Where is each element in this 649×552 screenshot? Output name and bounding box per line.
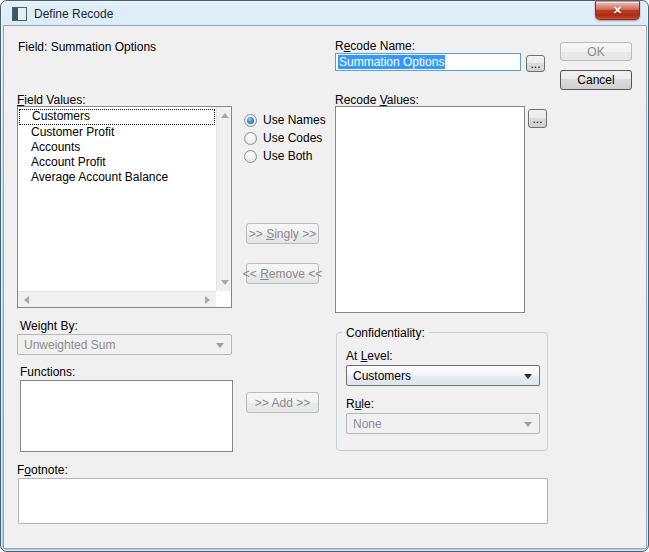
radio-label: Use Codes	[263, 131, 322, 145]
horizontal-scrollbar[interactable]	[18, 291, 216, 307]
list-item[interactable]: Account Profit	[19, 155, 215, 170]
scroll-up-button[interactable]	[217, 108, 232, 123]
recode-name-label: Recode Name:	[335, 39, 415, 53]
remove-button[interactable]: << Remove <<	[246, 263, 319, 284]
scroll-down-button[interactable]	[217, 275, 232, 290]
chevron-down-icon	[524, 374, 532, 379]
functions-label: Functions:	[20, 365, 75, 379]
list-item[interactable]: Customer Profit	[19, 125, 215, 140]
at-level-value: Customers	[353, 369, 411, 383]
close-button[interactable]: ✕	[595, 1, 640, 20]
singly-button[interactable]: >> Singly >>	[246, 223, 319, 244]
radio-use-codes[interactable]: Use Codes	[244, 131, 322, 145]
confidentiality-label: Confidentiality:	[342, 326, 429, 340]
titlebar[interactable]: Define Recode	[1, 1, 648, 27]
footnote-textarea[interactable]	[18, 478, 548, 524]
ok-button[interactable]: OK	[560, 42, 632, 61]
radio-use-names[interactable]: Use Names	[244, 113, 326, 127]
app-icon	[12, 7, 27, 21]
recode-values-browse-button[interactable]: ...	[528, 109, 547, 128]
scroll-down-icon	[221, 280, 229, 285]
radio-label: Use Both	[263, 149, 312, 163]
radio-label: Use Names	[263, 113, 326, 127]
functions-listbox[interactable]	[20, 380, 233, 452]
scroll-left-button[interactable]	[19, 292, 34, 307]
field-values-label: Field Values:	[17, 93, 86, 107]
list-item[interactable]: Customers	[19, 109, 215, 125]
chevron-down-icon	[524, 422, 532, 427]
scroll-left-icon	[24, 296, 29, 304]
rule-label: Rule:	[346, 397, 374, 411]
chevron-down-icon	[216, 343, 224, 348]
radio-icon	[244, 150, 257, 163]
at-level-label: At Level:	[346, 349, 393, 363]
field-label: Field: Summation Options	[18, 40, 156, 54]
scroll-right-button[interactable]	[200, 292, 215, 307]
recode-values-listbox[interactable]	[335, 106, 525, 313]
rule-select[interactable]: None	[346, 413, 540, 434]
list-item[interactable]: Average Account Balance	[19, 170, 215, 185]
define-recode-dialog: Define Recode ✕ Field: Summation Options…	[0, 0, 649, 552]
weight-by-label: Weight By:	[20, 319, 78, 333]
recode-values-label: Recode Values:	[335, 93, 419, 107]
scroll-right-icon	[205, 296, 210, 304]
recode-name-selected-text: Summation Options	[338, 55, 445, 69]
close-icon: ✕	[596, 2, 639, 19]
recode-name-input[interactable]: Summation Options	[335, 53, 521, 71]
weight-by-select[interactable]: Unweighted Sum	[17, 334, 232, 355]
radio-use-both[interactable]: Use Both	[244, 149, 312, 163]
list-item[interactable]: Accounts	[19, 140, 215, 155]
field-values-items: Customers Customer Profit Accounts Accou…	[19, 108, 215, 185]
vertical-scrollbar[interactable]	[216, 107, 231, 291]
recode-name-browse-button[interactable]: ...	[526, 55, 545, 72]
field-values-listbox[interactable]: Customers Customer Profit Accounts Accou…	[17, 106, 232, 308]
radio-selected-icon	[244, 114, 257, 127]
footnote-label: Footnote:	[17, 463, 68, 477]
scroll-up-icon	[221, 113, 229, 118]
add-button[interactable]: >> Add >>	[246, 392, 319, 413]
cancel-button[interactable]: Cancel	[560, 70, 632, 90]
radio-icon	[244, 132, 257, 145]
rule-value: None	[353, 417, 382, 431]
window-title: Define Recode	[34, 7, 113, 21]
at-level-select[interactable]: Customers	[346, 365, 540, 386]
weight-by-value: Unweighted Sum	[24, 338, 115, 352]
